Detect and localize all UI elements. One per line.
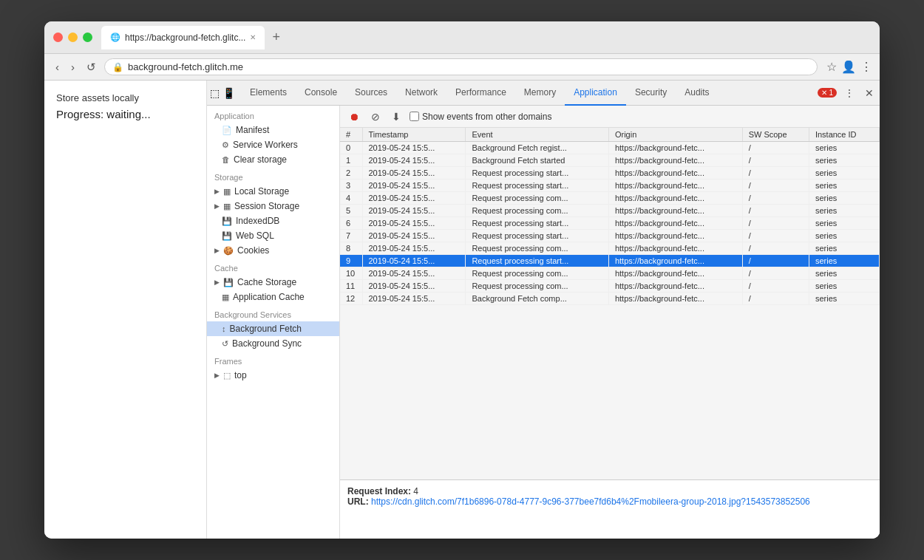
table-row[interactable]: 8 2019-05-24 15:5... Request processing … — [340, 242, 880, 255]
frames-section-label: Frames — [207, 351, 339, 368]
stop-button[interactable]: ⊘ — [368, 109, 383, 124]
tab-memory[interactable]: Memory — [515, 81, 565, 106]
bookmark-button[interactable]: ☆ — [826, 60, 837, 74]
cell-instance-id: series — [809, 230, 879, 242]
detail-panel: Request Index: 4 URL: https://cdn.glitch… — [340, 479, 880, 539]
table-row[interactable]: 11 2019-05-24 15:5... Request processing… — [340, 280, 880, 293]
minimize-button[interactable] — [68, 33, 78, 42]
cell-timestamp: 2019-05-24 15:5... — [362, 205, 466, 217]
detail-request-index: Request Index: 4 — [347, 486, 872, 496]
new-tab-button[interactable]: + — [268, 30, 285, 45]
expand-icon: ▶ — [214, 247, 220, 254]
maximize-button[interactable] — [83, 33, 92, 42]
table-row[interactable]: 3 2019-05-24 15:5... Request processing … — [340, 180, 880, 192]
inspect-icon[interactable]: ⬚ — [210, 87, 220, 99]
app-cache-icon: ▦ — [222, 293, 229, 302]
col-header-origin: Origin — [608, 128, 742, 142]
cell-num: 1 — [340, 154, 362, 167]
sidebar-item-local-storage[interactable]: ▶ ▦ Local Storage — [207, 184, 339, 199]
table-row[interactable]: 5 2019-05-24 15:5... Request processing … — [340, 205, 880, 217]
cell-sw-scope: / — [742, 167, 809, 180]
forward-button[interactable]: › — [67, 58, 78, 75]
local-storage-label: Local Storage — [234, 186, 289, 197]
page-heading: Store assets locally — [56, 92, 194, 103]
tab-application[interactable]: Application — [565, 81, 626, 106]
table-row[interactable]: 10 2019-05-24 15:5... Request processing… — [340, 267, 880, 280]
nav-bar: ‹ › ↺ 🔒 background-fetch.glitch.me ☆ 👤 ⋮ — [44, 54, 880, 81]
table-row[interactable]: 7 2019-05-24 15:5... Request processing … — [340, 230, 880, 242]
sidebar-item-service-workers[interactable]: ⚙ Service Workers — [207, 137, 339, 152]
tab-network[interactable]: Network — [396, 81, 446, 106]
tab-close-button[interactable]: ✕ — [250, 33, 256, 41]
web-sql-icon: 💾 — [222, 231, 232, 241]
cell-num: 5 — [340, 205, 362, 217]
tab-performance[interactable]: Performance — [446, 81, 515, 106]
tab-security[interactable]: Security — [626, 81, 676, 106]
tab-title: https://background-fetch.glitc... — [125, 33, 245, 43]
cell-event: Request processing com... — [466, 267, 609, 280]
cookies-label: Cookies — [237, 245, 269, 256]
more-options-button[interactable]: ⋮ — [841, 86, 857, 100]
cell-event: Request processing com... — [466, 280, 609, 293]
sidebar-item-cache-storage[interactable]: ▶ 💾 Cache Storage — [207, 275, 339, 290]
tab-audits[interactable]: Audits — [676, 81, 718, 106]
cell-origin: https://background-fetc... — [608, 267, 742, 280]
table-row[interactable]: 0 2019-05-24 15:5... Background Fetch re… — [340, 142, 880, 154]
col-header-instance-id: Instance ID — [809, 128, 879, 142]
cell-num: 10 — [340, 267, 362, 280]
error-icon: ✕ — [821, 89, 827, 97]
sidebar-item-background-fetch[interactable]: ↕ Background Fetch — [207, 321, 339, 336]
sidebar-item-manifest[interactable]: 📄 Manifest — [207, 123, 339, 137]
sidebar-item-session-storage[interactable]: ▶ ▦ Session Storage — [207, 199, 339, 214]
cell-timestamp: 2019-05-24 15:5... — [362, 142, 466, 154]
address-text: background-fetch.glitch.me — [128, 61, 809, 72]
sidebar-item-web-sql[interactable]: 💾 Web SQL — [207, 228, 339, 243]
detail-url-row: URL: https://cdn.glitch.com/7f1b6896-078… — [347, 496, 872, 507]
browser-tab[interactable]: 🌐 https://background-fetch.glitc... ✕ — [101, 26, 265, 49]
reload-button[interactable]: ↺ — [83, 58, 100, 76]
cell-timestamp: 2019-05-24 15:5... — [362, 192, 466, 205]
table-header-row: # Timestamp Event Origin SW Scope Instan… — [340, 128, 880, 142]
tab-bar: 🌐 https://background-fetch.glitc... ✕ + — [101, 26, 871, 49]
menu-button[interactable]: ⋮ — [860, 60, 872, 74]
table-row[interactable]: 4 2019-05-24 15:5... Request processing … — [340, 192, 880, 205]
download-button[interactable]: ⬇ — [389, 109, 404, 124]
table-row[interactable]: 12 2019-05-24 15:5... Background Fetch c… — [340, 293, 880, 305]
cell-timestamp: 2019-05-24 15:5... — [362, 167, 466, 180]
cell-origin: https://background-fetc... — [608, 180, 742, 192]
tab-sources[interactable]: Sources — [346, 81, 396, 106]
cell-instance-id: series — [809, 217, 879, 230]
cell-origin: https://background-fetc... — [608, 242, 742, 255]
nav-actions: ☆ 👤 ⋮ — [826, 60, 872, 74]
application-section-label: Application — [207, 106, 339, 123]
tab-elements[interactable]: Elements — [241, 81, 296, 106]
cell-instance-id: series — [809, 205, 879, 217]
sidebar-item-clear-storage[interactable]: 🗑 Clear storage — [207, 152, 339, 167]
show-events-checkbox[interactable] — [410, 112, 419, 121]
service-workers-icon: ⚙ — [222, 140, 229, 150]
tab-console[interactable]: Console — [296, 81, 346, 106]
cell-origin: https://background-fetc... — [608, 154, 742, 167]
indexeddb-label: IndexedDB — [236, 216, 279, 226]
sidebar-item-top-frame[interactable]: ▶ ⬚ top — [207, 368, 339, 383]
page-subheading: Progress: waiting... — [56, 108, 194, 120]
table-row[interactable]: 1 2019-05-24 15:5... Background Fetch st… — [340, 154, 880, 167]
table-row[interactable]: 6 2019-05-24 15:5... Request processing … — [340, 217, 880, 230]
record-button[interactable]: ⏺ — [346, 109, 362, 124]
sidebar-item-application-cache[interactable]: ▦ Application Cache — [207, 290, 339, 304]
storage-section-label: Storage — [207, 167, 339, 184]
sidebar-item-indexeddb[interactable]: 💾 IndexedDB — [207, 214, 339, 228]
table-row[interactable]: 2 2019-05-24 15:5... Request processing … — [340, 167, 880, 180]
close-devtools-button[interactable]: ✕ — [862, 86, 877, 100]
table-row[interactable]: 9 2019-05-24 15:5... Request processing … — [340, 255, 880, 267]
cell-sw-scope: / — [742, 230, 809, 242]
address-bar[interactable]: 🔒 background-fetch.glitch.me — [104, 58, 818, 75]
sidebar-item-background-sync[interactable]: ↺ Background Sync — [207, 336, 339, 351]
account-button[interactable]: 👤 — [841, 60, 856, 74]
cell-event: Request processing start... — [466, 230, 609, 242]
device-icon[interactable]: 📱 — [222, 87, 235, 99]
back-button[interactable]: ‹ — [52, 58, 63, 75]
local-storage-icon: ▦ — [223, 187, 231, 197]
close-button[interactable] — [53, 33, 63, 42]
sidebar-item-cookies[interactable]: ▶ 🍪 Cookies — [207, 243, 339, 258]
